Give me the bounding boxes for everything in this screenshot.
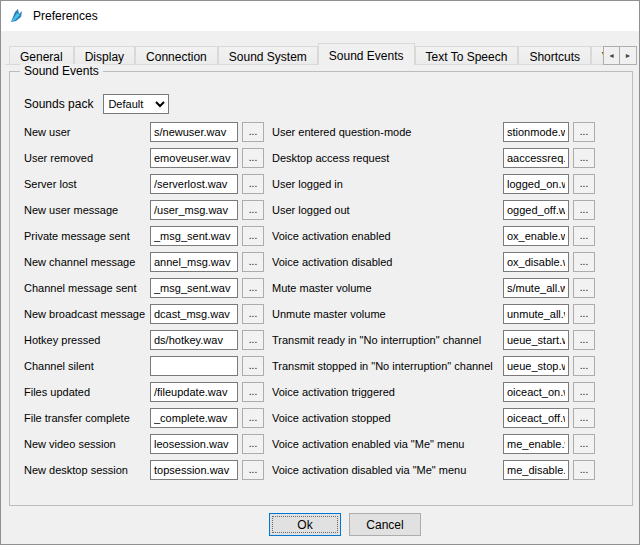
sound-event-row: Transmit ready in "No interruption" chan… bbox=[272, 330, 595, 350]
event-label: Voice activation enabled bbox=[272, 230, 499, 242]
browse-button[interactable]: ... bbox=[573, 304, 595, 324]
tab-general[interactable]: General bbox=[9, 46, 74, 65]
sound-event-row: Private message sent ... bbox=[24, 226, 264, 246]
sound-file-input[interactable] bbox=[503, 252, 569, 272]
sound-file-input[interactable] bbox=[503, 122, 569, 142]
browse-button[interactable]: ... bbox=[573, 200, 595, 220]
sound-file-input[interactable] bbox=[503, 226, 569, 246]
ok-button[interactable]: Ok bbox=[269, 513, 341, 536]
sound-events-groupbox: Sound Events Sounds pack Default New use… bbox=[9, 71, 633, 506]
sound-file-input[interactable] bbox=[150, 174, 238, 194]
sound-file-input[interactable] bbox=[150, 330, 238, 350]
browse-button[interactable]: ... bbox=[242, 278, 264, 298]
browse-button[interactable]: ... bbox=[573, 382, 595, 402]
browse-button[interactable]: ... bbox=[573, 226, 595, 246]
sound-file-input[interactable] bbox=[503, 408, 569, 428]
tab-sound-system[interactable]: Sound System bbox=[218, 46, 318, 65]
sound-file-input[interactable] bbox=[150, 434, 238, 454]
sound-event-row: Unmute master volume ... bbox=[272, 304, 595, 324]
sound-event-row: Voice activation enabled via "Me" menu .… bbox=[272, 434, 595, 454]
sounds-pack-label: Sounds pack bbox=[24, 97, 93, 111]
browse-button[interactable]: ... bbox=[573, 330, 595, 350]
event-label: User entered question-mode bbox=[272, 126, 499, 138]
browse-button[interactable]: ... bbox=[573, 122, 595, 142]
browse-button[interactable]: ... bbox=[242, 434, 264, 454]
event-label: Voice activation disabled via "Me" menu bbox=[272, 464, 499, 476]
sound-file-input[interactable] bbox=[503, 356, 569, 376]
tab-text-to-speech[interactable]: Text To Speech bbox=[415, 46, 519, 65]
browse-button[interactable]: ... bbox=[242, 304, 264, 324]
browse-button[interactable]: ... bbox=[573, 174, 595, 194]
event-label: File transfer complete bbox=[24, 412, 146, 424]
sound-file-input[interactable] bbox=[503, 278, 569, 298]
sound-event-row: Mute master volume ... bbox=[272, 278, 595, 298]
sounds-pack-select[interactable]: Default bbox=[103, 94, 169, 114]
tab-scrollers: ◄ ► bbox=[603, 46, 637, 65]
sound-event-row: Voice activation disabled ... bbox=[272, 252, 595, 272]
sound-file-input[interactable] bbox=[503, 460, 569, 480]
browse-button[interactable]: ... bbox=[242, 174, 264, 194]
sound-event-row: Files updated ... bbox=[24, 382, 264, 402]
tab-display[interactable]: Display bbox=[74, 46, 135, 65]
browse-button[interactable]: ... bbox=[573, 460, 595, 480]
window-title: Preferences bbox=[33, 9, 98, 23]
event-label: Private message sent bbox=[24, 230, 146, 242]
cancel-button[interactable]: Cancel bbox=[349, 513, 421, 536]
sound-event-row: Voice activation triggered ... bbox=[272, 382, 595, 402]
sound-file-input[interactable] bbox=[503, 304, 569, 324]
sound-file-input[interactable] bbox=[150, 460, 238, 480]
sound-file-input[interactable] bbox=[503, 200, 569, 220]
sound-event-row: Hotkey pressed ... bbox=[24, 330, 264, 350]
sound-file-input[interactable] bbox=[150, 122, 238, 142]
browse-button[interactable]: ... bbox=[242, 226, 264, 246]
event-label: New video session bbox=[24, 438, 146, 450]
sound-file-input[interactable] bbox=[150, 252, 238, 272]
event-label: User removed bbox=[24, 152, 146, 164]
event-label: Voice activation enabled via "Me" menu bbox=[272, 438, 499, 450]
event-label: New broadcast message bbox=[24, 308, 146, 320]
event-label: Hotkey pressed bbox=[24, 334, 146, 346]
sound-event-row: Transmit stopped in "No interruption" ch… bbox=[272, 356, 595, 376]
browse-button[interactable]: ... bbox=[242, 460, 264, 480]
sound-file-input[interactable] bbox=[150, 304, 238, 324]
browse-button[interactable]: ... bbox=[242, 148, 264, 168]
events-column-left: New user ... User removed ... Server los… bbox=[24, 122, 264, 486]
browse-button[interactable]: ... bbox=[242, 382, 264, 402]
browse-button[interactable]: ... bbox=[573, 278, 595, 298]
browse-button[interactable]: ... bbox=[242, 408, 264, 428]
sound-file-input[interactable] bbox=[150, 382, 238, 402]
tab-scroll-left-button[interactable]: ◄ bbox=[603, 46, 620, 65]
browse-button[interactable]: ... bbox=[242, 200, 264, 220]
browse-button[interactable]: ... bbox=[242, 330, 264, 350]
tab-sound-events[interactable]: Sound Events bbox=[318, 43, 415, 65]
browse-button[interactable]: ... bbox=[573, 434, 595, 454]
browse-button[interactable]: ... bbox=[573, 252, 595, 272]
events-column-right: User entered question-mode ... Desktop a… bbox=[272, 122, 595, 486]
event-label: Voice activation stopped bbox=[272, 412, 499, 424]
sound-event-row: File transfer complete ... bbox=[24, 408, 264, 428]
browse-button[interactable]: ... bbox=[573, 148, 595, 168]
sound-file-input[interactable] bbox=[503, 174, 569, 194]
sound-file-input[interactable] bbox=[503, 382, 569, 402]
sound-file-input[interactable] bbox=[150, 278, 238, 298]
browse-button[interactable]: ... bbox=[573, 356, 595, 376]
browse-button[interactable]: ... bbox=[242, 122, 264, 142]
sound-file-input[interactable] bbox=[150, 226, 238, 246]
browse-button[interactable]: ... bbox=[242, 356, 264, 376]
sound-file-input[interactable] bbox=[150, 200, 238, 220]
browse-button[interactable]: ... bbox=[242, 252, 264, 272]
tab-shortcuts[interactable]: Shortcuts bbox=[518, 46, 591, 65]
tab-scroll-right-button[interactable]: ► bbox=[620, 46, 637, 65]
sound-file-input[interactable] bbox=[503, 330, 569, 350]
event-label: New channel message bbox=[24, 256, 146, 268]
browse-button[interactable]: ... bbox=[573, 408, 595, 428]
event-label: New desktop session bbox=[24, 464, 146, 476]
sound-file-input[interactable] bbox=[150, 356, 238, 376]
event-label: Transmit ready in "No interruption" chan… bbox=[272, 334, 499, 346]
sound-event-row: User removed ... bbox=[24, 148, 264, 168]
tab-connection[interactable]: Connection bbox=[135, 46, 218, 65]
sound-file-input[interactable] bbox=[503, 148, 569, 168]
sound-file-input[interactable] bbox=[150, 408, 238, 428]
sound-file-input[interactable] bbox=[150, 148, 238, 168]
sound-file-input[interactable] bbox=[503, 434, 569, 454]
